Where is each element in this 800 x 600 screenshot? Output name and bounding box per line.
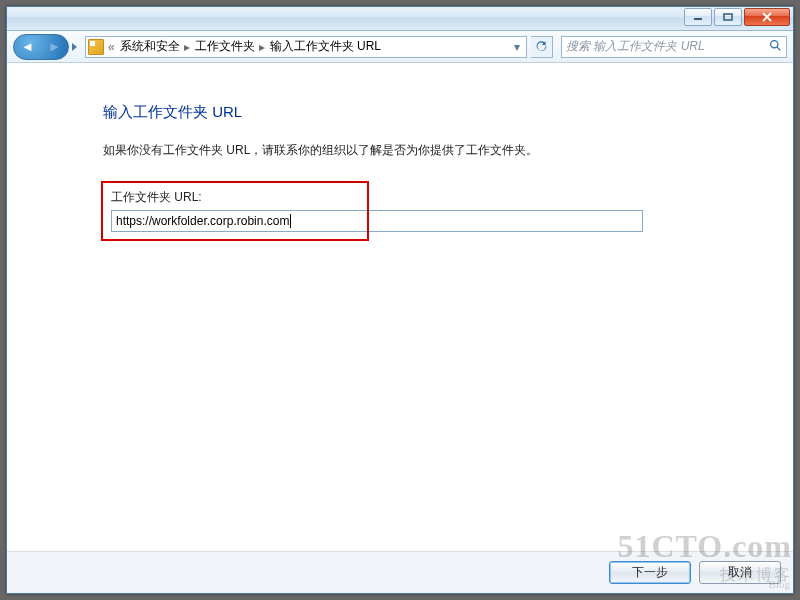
url-field-label: 工作文件夹 URL: [111,189,689,206]
url-field-input[interactable]: https://workfolder.corp.robin.com [111,210,643,232]
url-field-group: 工作文件夹 URL: https://workfolder.corp.robin… [103,183,697,240]
desktop-backdrop: ◄ ► « 系统和安全▸ 工作文件夹▸ 输入工作文件夹 URL ▾ 搜索 输入工… [0,0,800,600]
back-arrow-icon[interactable]: ◄ [21,40,34,53]
page-description: 如果你没有工作文件夹 URL，请联系你的组织以了解是否为你提供了工作文件夹。 [103,142,697,159]
refresh-button[interactable] [531,36,553,58]
breadcrumb-item[interactable]: 工作文件夹▸ [195,38,269,55]
svg-rect-0 [694,18,702,20]
page-title: 输入工作文件夹 URL [103,103,697,122]
search-input[interactable]: 搜索 输入工作文件夹 URL [561,36,787,58]
address-dropdown-icon[interactable]: ▾ [510,40,524,54]
search-icon[interactable] [769,39,782,55]
breadcrumb[interactable]: « 系统和安全▸ 工作文件夹▸ 输入工作文件夹 URL [106,38,381,55]
breadcrumb-item[interactable]: 系统和安全▸ [120,38,194,55]
svg-point-2 [771,40,778,47]
close-button[interactable] [744,8,790,26]
explorer-window: ◄ ► « 系统和安全▸ 工作文件夹▸ 输入工作文件夹 URL ▾ 搜索 输入工… [6,6,794,594]
cancel-button[interactable]: 取消 [699,561,781,584]
next-button[interactable]: 下一步 [609,561,691,584]
nav-back-forward[interactable]: ◄ ► [13,34,69,60]
wizard-footer: 下一步 取消 [7,551,793,593]
text-caret [290,214,291,228]
address-bar[interactable]: « 系统和安全▸ 工作文件夹▸ 输入工作文件夹 URL ▾ [85,36,527,58]
folder-icon [88,39,104,55]
wizard-content: 输入工作文件夹 URL 如果你没有工作文件夹 URL，请联系你的组织以了解是否为… [7,63,793,551]
window-titlebar[interactable] [7,7,793,31]
breadcrumb-item[interactable]: 输入工作文件夹 URL [270,38,381,55]
navigation-bar: ◄ ► « 系统和安全▸ 工作文件夹▸ 输入工作文件夹 URL ▾ 搜索 输入工… [7,31,793,63]
svg-rect-1 [724,14,732,20]
svg-line-3 [777,47,780,50]
maximize-button[interactable] [714,8,742,26]
forward-arrow-icon[interactable]: ► [48,40,61,53]
minimize-button[interactable] [684,8,712,26]
search-placeholder: 搜索 输入工作文件夹 URL [566,38,769,55]
url-field-value: https://workfolder.corp.robin.com [116,214,289,228]
